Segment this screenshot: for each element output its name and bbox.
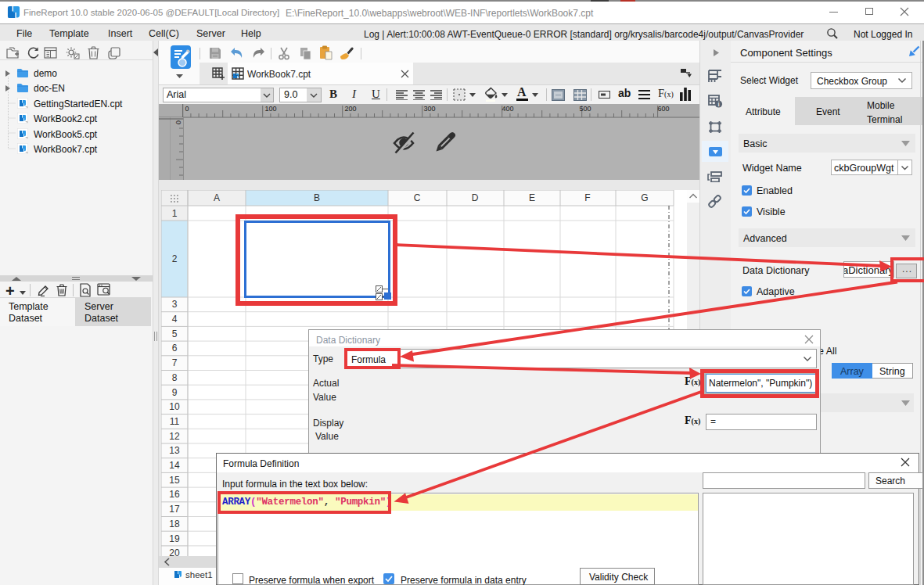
svg-text:19: 19 [169, 533, 180, 544]
svg-text:F: F [584, 192, 590, 203]
svg-text:16: 16 [169, 489, 180, 500]
svg-text:13: 13 [169, 445, 180, 456]
svg-text:0: 0 [174, 120, 182, 124]
svg-text:300: 300 [424, 105, 436, 113]
svg-text:B: B [314, 192, 320, 203]
svg-text:5: 5 [172, 328, 178, 339]
svg-text:600: 600 [658, 105, 670, 113]
svg-text:18: 18 [169, 519, 180, 529]
svg-text:400: 400 [502, 105, 514, 113]
svg-text:14: 14 [169, 460, 180, 471]
svg-text:10: 10 [169, 401, 180, 412]
svg-text:20: 20 [169, 547, 180, 556]
svg-text:4: 4 [172, 314, 178, 325]
svg-text:200: 200 [345, 105, 357, 113]
svg-text:15: 15 [169, 475, 180, 486]
svg-text:2: 2 [172, 253, 178, 264]
svg-text:0: 0 [185, 105, 189, 113]
svg-text:A: A [214, 192, 220, 203]
svg-text:G: G [641, 192, 648, 203]
svg-text:E: E [529, 192, 535, 203]
svg-text:i: i [717, 101, 719, 108]
svg-text:7: 7 [172, 357, 178, 368]
svg-text:11: 11 [170, 416, 180, 427]
svg-text:D: D [472, 192, 479, 203]
svg-text:9: 9 [172, 387, 178, 398]
svg-text:17: 17 [169, 504, 180, 515]
svg-text:500: 500 [580, 105, 591, 113]
svg-text:C: C [414, 192, 421, 203]
svg-text:8: 8 [172, 372, 178, 383]
svg-text:3: 3 [172, 299, 178, 310]
svg-text:1: 1 [172, 208, 178, 219]
svg-text:6: 6 [172, 343, 178, 354]
svg-text:12: 12 [169, 431, 180, 442]
svg-text:100: 100 [265, 105, 277, 113]
